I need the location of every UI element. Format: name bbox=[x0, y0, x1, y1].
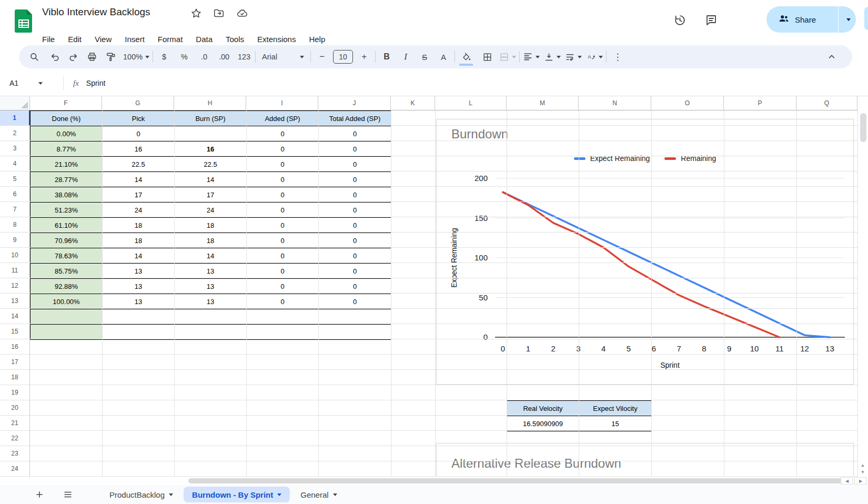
scroll-down-icon[interactable]: ▼ bbox=[861, 470, 865, 475]
undo-icon[interactable] bbox=[47, 49, 63, 65]
column-header-L[interactable]: L bbox=[435, 96, 507, 110]
table-cell[interactable]: 0 bbox=[319, 218, 391, 233]
row-header-23[interactable]: 23 bbox=[0, 446, 30, 461]
scroll-left-icon[interactable]: ◀ bbox=[841, 477, 853, 485]
table-cell[interactable]: 85.75% bbox=[31, 264, 103, 279]
table-cell[interactable]: 0 bbox=[247, 157, 319, 172]
row-header-6[interactable]: 6 bbox=[0, 187, 30, 202]
table-cell[interactable]: 0 bbox=[247, 248, 319, 264]
table-cell[interactable] bbox=[319, 309, 391, 325]
table-cell[interactable]: 13 bbox=[103, 264, 175, 279]
strikethrough-button[interactable]: S bbox=[417, 49, 432, 65]
merge-cells-button[interactable] bbox=[499, 49, 516, 65]
print-icon[interactable] bbox=[84, 49, 100, 65]
text-color-button[interactable]: A bbox=[436, 49, 451, 65]
version-history-icon[interactable] bbox=[668, 8, 691, 32]
table-cell[interactable]: 16 bbox=[175, 142, 247, 157]
column-header-P[interactable]: P bbox=[724, 96, 796, 110]
row-header-2[interactable]: 2 bbox=[0, 126, 30, 141]
menu-help[interactable]: Help bbox=[305, 33, 329, 46]
all-sheets-button[interactable] bbox=[59, 487, 77, 502]
sheet-tab-burndown-by-sprint[interactable]: Burndown - By Sprint bbox=[184, 487, 290, 502]
increase-font-size-button[interactable]: + bbox=[356, 49, 372, 65]
burndown-chart[interactable]: Burndown Expect RemainingRemaining 05010… bbox=[436, 119, 854, 385]
row-header-5[interactable]: 5 bbox=[0, 172, 30, 187]
clipped-account-button[interactable] bbox=[864, 7, 868, 30]
sheets-logo-icon[interactable] bbox=[15, 9, 33, 33]
table-header-cell[interactable]: Added (SP) bbox=[247, 111, 319, 126]
table-cell[interactable] bbox=[175, 325, 247, 340]
table-cell[interactable]: 0 bbox=[247, 279, 319, 294]
cloud-saved-icon[interactable] bbox=[236, 7, 249, 19]
column-header-Q[interactable]: Q bbox=[796, 96, 857, 110]
row-header-19[interactable]: 19 bbox=[0, 385, 30, 400]
bold-button[interactable]: B bbox=[379, 49, 395, 65]
number-format-button[interactable]: 123 bbox=[236, 49, 252, 65]
table-cell[interactable]: 18 bbox=[175, 218, 247, 233]
redo-icon[interactable] bbox=[65, 49, 81, 65]
select-all-corner[interactable] bbox=[0, 96, 30, 110]
increase-decimal-button[interactable]: .00 bbox=[216, 49, 232, 65]
table-cell[interactable]: 0 bbox=[247, 172, 319, 187]
table-cell[interactable]: 0 bbox=[103, 126, 175, 142]
table-cell[interactable] bbox=[247, 309, 319, 325]
zoom-select[interactable]: 100% bbox=[123, 49, 149, 65]
table-cell[interactable]: 0 bbox=[319, 264, 391, 279]
table-cell[interactable]: 16 bbox=[103, 142, 175, 157]
table-cell[interactable]: 0 bbox=[319, 248, 391, 264]
table-cell[interactable] bbox=[31, 309, 103, 325]
table-header-cell[interactable]: Real Velocity bbox=[507, 401, 579, 416]
menu-file[interactable]: File bbox=[38, 33, 59, 46]
table-cell[interactable]: 70.96% bbox=[31, 233, 103, 248]
menu-extensions[interactable]: Extensions bbox=[253, 33, 300, 46]
horizontal-align-button[interactable] bbox=[523, 49, 540, 65]
table-cell[interactable]: 16.59090909 bbox=[507, 416, 579, 431]
vertical-align-button[interactable] bbox=[544, 49, 561, 65]
table-cell[interactable]: 13 bbox=[103, 294, 175, 309]
table-cell[interactable]: 0 bbox=[319, 172, 391, 187]
row-header-16[interactable]: 16 bbox=[0, 339, 30, 355]
menu-tools[interactable]: Tools bbox=[221, 33, 248, 46]
menu-format[interactable]: Format bbox=[154, 33, 187, 46]
document-title[interactable]: Viblo Interview Backlogs bbox=[42, 6, 150, 18]
table-cell[interactable]: 0 bbox=[247, 187, 319, 203]
table-cell[interactable]: 13 bbox=[103, 279, 175, 294]
table-cell[interactable]: 38.08% bbox=[31, 187, 103, 203]
table-cell[interactable]: 17 bbox=[103, 187, 175, 203]
column-header-N[interactable]: N bbox=[579, 96, 651, 110]
row-header-21[interactable]: 21 bbox=[0, 416, 30, 431]
borders-button[interactable] bbox=[479, 49, 495, 65]
font-size-input[interactable]: 10 bbox=[333, 50, 353, 64]
table-cell[interactable]: 14 bbox=[103, 248, 175, 264]
column-header-I[interactable]: I bbox=[246, 96, 318, 110]
table-cell[interactable]: 100.00% bbox=[31, 294, 103, 309]
formula-input[interactable]: Sprint bbox=[86, 79, 106, 87]
text-rotation-button[interactable]: A bbox=[586, 49, 603, 65]
name-box[interactable]: A1 bbox=[0, 79, 58, 87]
table-cell[interactable]: 0 bbox=[319, 203, 391, 218]
search-icon[interactable] bbox=[26, 49, 42, 65]
row-header-10[interactable]: 10 bbox=[0, 248, 30, 263]
table-cell[interactable]: 18 bbox=[175, 233, 247, 248]
table-cell[interactable] bbox=[103, 309, 175, 325]
row-header-13[interactable]: 13 bbox=[0, 294, 30, 309]
font-select[interactable]: Arial bbox=[259, 49, 307, 65]
column-header-K[interactable]: K bbox=[391, 96, 435, 110]
row-header-12[interactable]: 12 bbox=[0, 278, 30, 294]
spreadsheet-grid[interactable]: Done (%)PickBurn (SP)Added (SP)Total Add… bbox=[0, 96, 868, 477]
menu-edit[interactable]: Edit bbox=[64, 33, 86, 46]
decrease-decimal-button[interactable]: .0 bbox=[196, 49, 212, 65]
column-header-J[interactable]: J bbox=[318, 96, 391, 110]
format-currency-button[interactable]: $ bbox=[156, 49, 172, 65]
row-header-17[interactable]: 17 bbox=[0, 355, 30, 370]
table-cell[interactable] bbox=[103, 325, 175, 340]
column-header-F[interactable]: F bbox=[30, 96, 102, 110]
table-cell[interactable]: 14 bbox=[175, 248, 247, 264]
table-cell[interactable]: 24 bbox=[175, 203, 247, 218]
alternative-burndown-chart[interactable]: Alternative Release Burndown bbox=[436, 443, 854, 477]
table-cell[interactable]: 21.10% bbox=[31, 157, 103, 172]
table-header-cell[interactable]: Total Added (SP) bbox=[319, 111, 391, 126]
vertical-scrollbar-thumb[interactable] bbox=[860, 113, 866, 142]
row-header-15[interactable]: 15 bbox=[0, 324, 30, 339]
star-icon[interactable] bbox=[190, 7, 202, 19]
